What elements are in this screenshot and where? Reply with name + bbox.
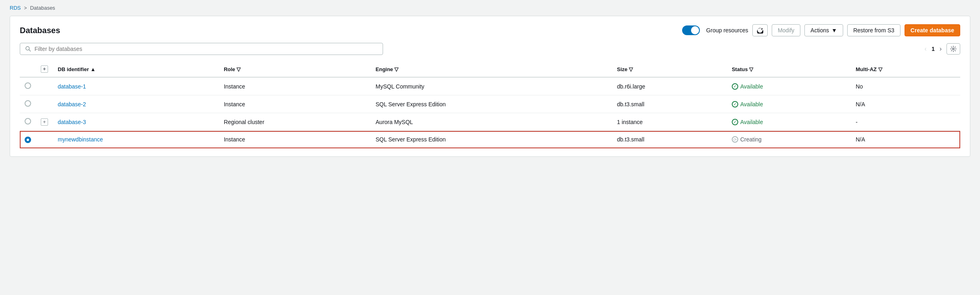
row1-radio-button[interactable]: [25, 82, 31, 89]
table-row[interactable]: database-1 Instance MySQL Community db.r…: [20, 77, 960, 95]
row3-radio-cell: [20, 113, 36, 131]
row2-status-cell: ✓ Available: [727, 95, 851, 113]
svg-line-1: [29, 50, 31, 51]
header-row: Databases Group resources Modify: [20, 24, 960, 36]
row4-size-cell: db.t3.small: [612, 131, 727, 148]
row4-engine-cell: SQL Server Express Edition: [371, 131, 612, 148]
row1-engine-cell: MySQL Community: [371, 77, 612, 95]
col-label-multi-az: Multi-AZ: [856, 66, 877, 72]
breadcrumb-databases: Databases: [30, 5, 55, 11]
row3-multi-az-cell: -: [851, 113, 960, 131]
row2-db-link[interactable]: database-2: [58, 101, 86, 107]
row4-status-text: Creating: [740, 136, 762, 143]
modify-label: Modify: [778, 27, 794, 34]
breadcrumb-separator: >: [24, 5, 27, 11]
table-row[interactable]: database-2 Instance SQL Server Express E…: [20, 95, 960, 113]
row4-status-icon: ⟳: [732, 136, 738, 143]
group-resources-label: Group resources: [706, 27, 748, 34]
row4-role-cell: Instance: [219, 131, 371, 148]
row2-expand-cell: [36, 95, 53, 113]
settings-icon: [950, 46, 957, 52]
row3-expand-icon[interactable]: +: [41, 118, 48, 126]
table-row[interactable]: + database-3 Regional cluster Aurora MyS…: [20, 113, 960, 131]
row4-db-identifier-cell: mynewdbinstance: [53, 131, 219, 148]
sort-size-icon: ▽: [629, 66, 633, 72]
row2-multi-az-cell: N/A: [851, 95, 960, 113]
pagination-controls: ‹ 1 ›: [923, 43, 960, 55]
row1-status-cell: ✓ Available: [727, 77, 851, 95]
row1-status-available: ✓ Available: [732, 83, 846, 90]
main-container: Databases Group resources Modify: [10, 16, 970, 157]
table-settings-button[interactable]: [946, 43, 960, 55]
row3-expand-cell: +: [36, 113, 53, 131]
col-header-multi-az[interactable]: Multi-AZ ▽: [851, 61, 960, 77]
col-label-role: Role: [224, 66, 235, 72]
row4-db-link[interactable]: mynewdbinstance: [58, 136, 103, 143]
row2-engine-cell: SQL Server Express Edition: [371, 95, 612, 113]
row3-db-link[interactable]: database-3: [58, 119, 86, 125]
row1-db-identifier-cell: database-1: [53, 77, 219, 95]
row3-role-cell: Regional cluster: [219, 113, 371, 131]
toggle-thumb: [691, 26, 699, 34]
row2-role-cell: Instance: [219, 95, 371, 113]
row3-engine-cell: Aurora MySQL: [371, 113, 612, 131]
row2-status-icon: ✓: [732, 101, 738, 107]
col-header-size[interactable]: Size ▽: [612, 61, 727, 77]
row1-size-cell: db.r6i.large: [612, 77, 727, 95]
row2-db-identifier-cell: database-2: [53, 95, 219, 113]
row4-multi-az-cell: N/A: [851, 131, 960, 148]
breadcrumb: RDS > Databases: [0, 0, 980, 16]
row3-status-available: ✓ Available: [732, 119, 846, 125]
sort-multi-az-icon: ▽: [878, 66, 882, 72]
refresh-button[interactable]: [752, 24, 768, 36]
row4-radio-button[interactable]: [25, 137, 31, 143]
restore-label: Restore from S3: [853, 27, 894, 34]
row1-expand-cell: [36, 77, 53, 95]
col-label-status: Status: [732, 66, 748, 72]
row1-radio-cell: [20, 77, 36, 95]
row2-radio-button[interactable]: [25, 100, 31, 107]
row3-status-icon: ✓: [732, 119, 738, 125]
col-header-db-identifier[interactable]: DB identifier ▲: [53, 61, 219, 77]
table-header-row: + DB identifier ▲ Role ▽ Engine ▽ Size ▽: [20, 61, 960, 77]
actions-chevron-icon: ▼: [831, 27, 837, 34]
restore-button[interactable]: Restore from S3: [847, 24, 900, 36]
create-label: Create database: [911, 27, 954, 34]
row3-radio-button[interactable]: [25, 118, 31, 124]
row3-status-text: Available: [740, 119, 763, 125]
sort-status-icon: ▽: [749, 66, 753, 72]
page-number: 1: [932, 46, 935, 52]
col-header-radio: [20, 61, 36, 77]
svg-point-2: [953, 48, 954, 50]
modify-button[interactable]: Modify: [772, 24, 800, 36]
row4-radio-cell: [20, 131, 36, 148]
actions-label: Actions: [810, 27, 829, 34]
header-controls: Group resources Modify Actions ▼ Restore…: [682, 24, 960, 36]
actions-button[interactable]: Actions ▼: [804, 24, 843, 36]
next-page-button[interactable]: ›: [938, 44, 943, 53]
search-input[interactable]: [35, 46, 378, 52]
row3-size-cell: 1 instance: [612, 113, 727, 131]
row1-status-text: Available: [740, 83, 763, 90]
breadcrumb-rds[interactable]: RDS: [10, 5, 21, 11]
sort-role-icon: ▽: [237, 66, 241, 72]
create-database-button[interactable]: Create database: [905, 24, 960, 36]
prev-page-button[interactable]: ‹: [923, 44, 928, 53]
toggle-track: [682, 25, 700, 35]
col-header-engine[interactable]: Engine ▽: [371, 61, 612, 77]
col-header-expand: +: [36, 61, 53, 77]
group-resources-toggle[interactable]: [682, 25, 700, 35]
search-row: ‹ 1 ›: [20, 43, 960, 55]
row2-status-text: Available: [740, 101, 763, 107]
col-header-role[interactable]: Role ▽: [219, 61, 371, 77]
row3-db-identifier-cell: database-3: [53, 113, 219, 131]
row1-db-link[interactable]: database-1: [58, 83, 86, 90]
col-header-status[interactable]: Status ▽: [727, 61, 851, 77]
expand-all-icon[interactable]: +: [41, 65, 48, 73]
row1-multi-az-cell: No: [851, 77, 960, 95]
databases-table: + DB identifier ▲ Role ▽ Engine ▽ Size ▽: [20, 61, 960, 148]
row4-expand-cell: [36, 131, 53, 148]
search-icon: [25, 46, 31, 52]
row2-size-cell: db.t3.small: [612, 95, 727, 113]
table-row[interactable]: mynewdbinstance Instance SQL Server Expr…: [20, 131, 960, 148]
